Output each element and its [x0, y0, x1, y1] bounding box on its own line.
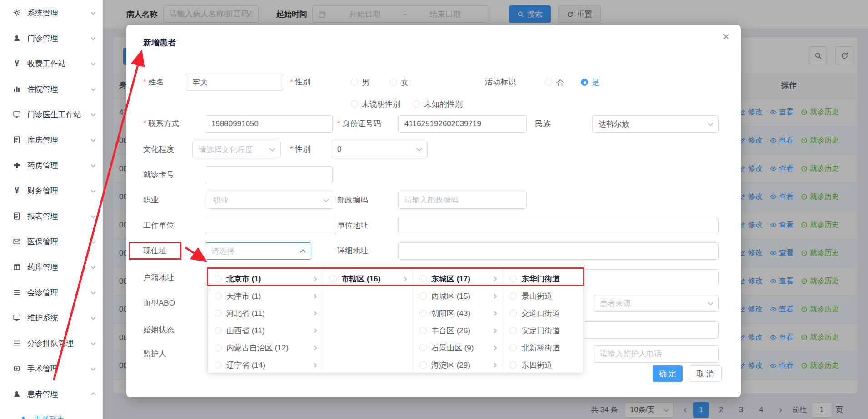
modal-title: 新增患者: [143, 37, 176, 48]
cascader-option[interactable]: 西城区 (15): [413, 287, 503, 305]
radio-icon[interactable]: [509, 310, 517, 317]
cascader-option[interactable]: 交道口街道: [503, 305, 583, 322]
sidebar-item-warehouse[interactable]: 库房管理: [0, 127, 102, 153]
gender-unknown-radio[interactable]: 未知的性别: [413, 95, 463, 113]
name-input[interactable]: [186, 74, 283, 91]
radio-icon[interactable]: [419, 310, 427, 317]
chevron-down-icon: [323, 197, 329, 202]
postal-code-label: 邮政编码: [337, 192, 368, 209]
cascader-option[interactable]: 朝阳区 (43): [413, 305, 503, 322]
cascader-option[interactable]: 石景山区 (9): [413, 339, 503, 356]
cascader-option[interactable]: 东四街道: [503, 356, 583, 373]
education-select[interactable]: 请选择文化程度: [192, 141, 281, 158]
chevron-right-icon: [313, 311, 317, 315]
cascader-option[interactable]: 天津市 (1): [208, 287, 323, 305]
ethnicity-select[interactable]: 达斡尔族: [592, 115, 719, 133]
radio-icon[interactable]: [215, 344, 222, 351]
yen-icon: ¥: [12, 186, 22, 196]
contact-input[interactable]: [205, 115, 333, 133]
radio-icon[interactable]: [419, 292, 427, 300]
sidebar-item-triage-queue[interactable]: 分诊排队管理: [0, 330, 102, 356]
cascader-option[interactable]: 景山街道: [503, 287, 583, 305]
radio-icon[interactable]: [509, 292, 517, 300]
cancel-button[interactable]: 取 消: [689, 365, 722, 382]
work-unit-input[interactable]: [205, 217, 336, 234]
sidebar-item-drug-storage[interactable]: 药库管理: [0, 254, 102, 280]
chevron-down-icon: [90, 213, 95, 218]
sidebar-item-system[interactable]: 系统管理: [0, 0, 102, 25]
confirm-button[interactable]: 确 定: [653, 365, 683, 382]
chevron-down-icon: [708, 120, 713, 126]
gear-icon: [12, 8, 22, 18]
cascader-option[interactable]: 辽宁省 (14): [208, 356, 323, 373]
radio-icon[interactable]: [215, 361, 222, 369]
cascader-city-column: 市辖区 (16): [323, 268, 413, 373]
active-flag-no-radio[interactable]: 否: [545, 74, 564, 91]
sidebar-item-charging-station[interactable]: ¥ 收费工作站: [0, 51, 102, 76]
mail-icon: [12, 237, 22, 246]
cascader-option[interactable]: 丰台区 (26): [413, 322, 503, 339]
radio-icon[interactable]: [419, 344, 427, 351]
yen-icon: ¥: [12, 59, 22, 69]
gender-unspecified-radio[interactable]: 未说明性别: [351, 95, 400, 113]
sidebar-item-inpatient[interactable]: 住院管理: [0, 76, 102, 102]
marital-status-label: 婚姻状态: [143, 321, 174, 339]
radio-icon[interactable]: [419, 275, 427, 282]
sidebar-item-outpatient-doctor[interactable]: 门诊医生工作站: [0, 102, 102, 127]
radio-icon[interactable]: [215, 327, 222, 334]
radio-icon[interactable]: [419, 327, 427, 334]
radio-icon[interactable]: [509, 327, 517, 334]
radio-icon[interactable]: [215, 310, 222, 317]
gender-female-radio[interactable]: 女: [390, 74, 409, 91]
sidebar-item-finance[interactable]: ¥ 财务管理: [0, 178, 102, 203]
address-cascader-panel: 北京市 (1)天津市 (1)河北省 (11)山西省 (11)内蒙古自治区 (12…: [208, 268, 584, 373]
sidebar-item-patient-list[interactable]: 患者列表: [0, 407, 102, 419]
visit-card-input[interactable]: [205, 166, 333, 183]
current-address-select[interactable]: 请选择: [205, 242, 311, 260]
radio-icon[interactable]: [509, 275, 517, 282]
chevron-down-icon: [90, 365, 95, 370]
gender-code-select[interactable]: 0: [331, 141, 428, 158]
guardian-phone-input[interactable]: [594, 345, 719, 363]
sidebar-item-reports[interactable]: 报表管理: [0, 203, 102, 229]
cascader-option[interactable]: 山西省 (11): [208, 322, 323, 339]
registered-address-label: 户籍地址: [143, 269, 174, 286]
cascader-option[interactable]: 北京市 (1): [208, 270, 323, 287]
sidebar-item-maintenance[interactable]: 维护系统: [0, 305, 102, 330]
active-flag-yes-radio[interactable]: 是: [581, 74, 599, 91]
cascader-option[interactable]: 安定门街道: [503, 322, 583, 339]
cascader-option[interactable]: 市辖区 (16): [323, 270, 413, 287]
cascader-option[interactable]: 北新桥街道: [503, 339, 583, 356]
cascader-option[interactable]: 东华门街道: [503, 270, 583, 287]
cascader-district-column: 东城区 (17)西城区 (15)朝阳区 (43)丰台区 (26)石景山区 (9)…: [413, 268, 504, 373]
occupation-select[interactable]: 职业: [207, 192, 334, 209]
sidebar-item-pharmacy[interactable]: 药房管理: [0, 153, 102, 178]
sidebar-item-outpatient[interactable]: 门诊管理: [0, 25, 102, 51]
radio-icon[interactable]: [215, 292, 222, 300]
sidebar-item-surgery[interactable]: 手术管理: [0, 356, 102, 381]
radio-icon[interactable]: [509, 361, 517, 369]
list-icon: [12, 338, 22, 348]
sidebar-item-consultation[interactable]: 会诊管理: [0, 280, 102, 305]
gender-male-radio[interactable]: 男: [351, 74, 369, 91]
id-number-input[interactable]: [398, 115, 527, 133]
work-address-input[interactable]: [398, 217, 719, 234]
postal-code-input[interactable]: [398, 192, 527, 209]
cascader-option[interactable]: 河北省 (11): [208, 305, 323, 322]
sidebar-item-medical-insurance[interactable]: 医保管理: [0, 229, 102, 254]
patient-source-select[interactable]: 患者来源: [594, 295, 719, 312]
gender-label: 性别: [290, 74, 310, 91]
detail-address-input[interactable]: [398, 242, 719, 260]
radio-icon[interactable]: [509, 344, 517, 351]
radio-icon[interactable]: [215, 275, 222, 282]
chevron-down-icon: [90, 86, 95, 91]
sidebar-item-patient-management[interactable]: 患者管理: [0, 381, 102, 407]
document-icon: [12, 135, 22, 145]
close-icon[interactable]: ×: [723, 30, 730, 43]
cascader-option[interactable]: 内蒙古自治区 (12): [208, 339, 323, 356]
cascader-option[interactable]: 东城区 (17): [413, 270, 503, 287]
radio-icon[interactable]: [419, 361, 427, 369]
monitor-icon: [12, 109, 22, 119]
cascader-option[interactable]: 海淀区 (29): [413, 356, 503, 373]
radio-icon[interactable]: [329, 275, 337, 282]
